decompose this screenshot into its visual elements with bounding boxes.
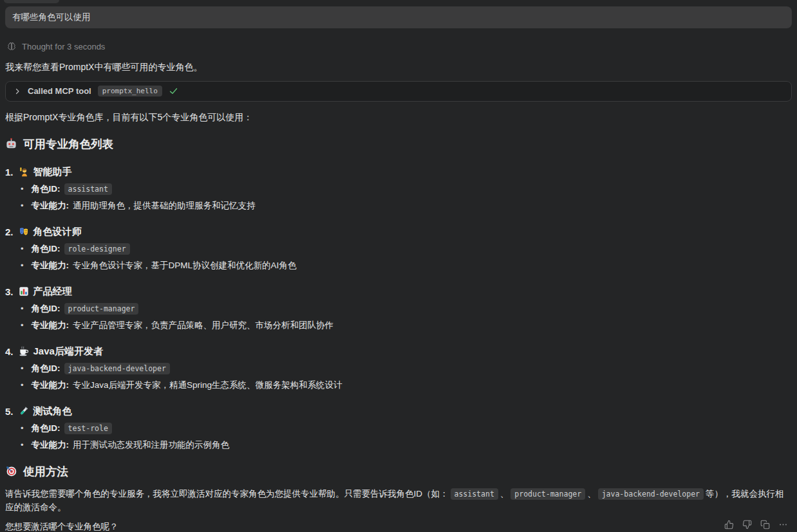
role-heading-java-backend-developer: 4. Java后端开发者 bbox=[5, 345, 792, 358]
role-props-test-role: • 角色ID: test-role • 专业能力: 用于测试动态发现和注册功能的… bbox=[5, 423, 792, 451]
role-props-product-manager: • 角色ID: product-manager • 专业能力: 专业产品管理专家… bbox=[5, 303, 792, 331]
role-id-chip: role-designer bbox=[64, 243, 130, 255]
bullet-dot: • bbox=[21, 244, 24, 253]
bullet-dot: • bbox=[21, 380, 24, 390]
inline-code-assistant: assistant bbox=[451, 488, 498, 500]
bullet-dot: • bbox=[21, 201, 24, 210]
roles-list-heading: 可用专业角色列表 bbox=[5, 136, 792, 152]
role-name: 测试角色 bbox=[33, 405, 72, 417]
role-id-label: 角色ID: bbox=[32, 243, 61, 255]
role-number: 5. bbox=[5, 406, 14, 417]
role-id-label: 角色ID: bbox=[32, 183, 61, 195]
role-props-role-designer: • 角色ID: role-designer • 专业能力: 专业角色设计专家，基… bbox=[5, 243, 792, 271]
inline-code-product-manager: product-manager bbox=[511, 488, 585, 500]
role-props-java-backend-developer: • 角色ID: java-backend-developer • 专业能力: 专… bbox=[5, 363, 792, 391]
usage-paragraph: 请告诉我您需要哪个角色的专业服务，我将立即激活对应的专家角色为您提供专业帮助。只… bbox=[5, 487, 792, 515]
role-ability-label: 专业能力: bbox=[32, 320, 70, 331]
role-number: 4. bbox=[5, 346, 14, 357]
role-ability-text: 用于测试动态发现和注册功能的示例角色 bbox=[73, 439, 229, 451]
roles-list-heading-text: 可用专业角色列表 bbox=[23, 136, 113, 152]
role-id-chip: assistant bbox=[64, 183, 112, 195]
test-tube-icon bbox=[19, 406, 29, 416]
role-ability-text: 通用助理角色，提供基础的助理服务和记忆支持 bbox=[73, 200, 256, 212]
role-ability-label: 专业能力: bbox=[32, 200, 70, 212]
role-id-chip: product-manager bbox=[64, 303, 139, 315]
role-id-label: 角色ID: bbox=[32, 363, 61, 374]
role-id-chip: test-role bbox=[64, 423, 112, 434]
check-icon bbox=[169, 86, 178, 96]
role-heading-product-manager: 3. 产品经理 bbox=[5, 286, 792, 298]
role-number: 2. bbox=[5, 226, 14, 237]
usage-separator: 、 bbox=[500, 489, 509, 499]
copy-icon[interactable] bbox=[760, 519, 770, 529]
role-id-row: • 角色ID: test-role bbox=[5, 423, 792, 434]
role-ability-row: • 专业能力: 通用助理角色，提供基础的助理服务和记忆支持 bbox=[5, 200, 792, 212]
role-heading-assistant: 1. 智能助手 bbox=[5, 166, 792, 178]
chevron-right-icon[interactable] bbox=[14, 87, 21, 95]
bullet-dot: • bbox=[21, 363, 24, 373]
role-name: 智能助手 bbox=[33, 166, 72, 178]
role-name: 角色设计师 bbox=[33, 226, 82, 238]
role-ability-label: 专业能力: bbox=[32, 380, 70, 391]
usage-separator: 、 bbox=[587, 489, 596, 499]
closing-question: 您想要激活哪个专业角色呢？ bbox=[5, 521, 792, 532]
coffee-icon bbox=[19, 346, 29, 356]
role-id-label: 角色ID: bbox=[32, 303, 61, 315]
robot-icon bbox=[5, 138, 17, 150]
intro-text: 我来帮您查看PromptX中有哪些可用的专业角色。 bbox=[5, 61, 792, 73]
bullet-dot: • bbox=[21, 440, 24, 450]
role-ability-row: • 专业能力: 用于测试动态发现和注册功能的示例角色 bbox=[5, 439, 792, 451]
role-ability-text: 专业角色设计专家，基于DPML协议创建和优化新的AI角色 bbox=[73, 260, 296, 271]
role-ability-text: 专业Java后端开发专家，精通Spring生态系统、微服务架构和系统设计 bbox=[73, 380, 342, 391]
role-id-row: • 角色ID: assistant bbox=[5, 183, 792, 195]
bullet-dot: • bbox=[21, 184, 24, 194]
target-icon bbox=[5, 465, 17, 477]
more-icon[interactable] bbox=[778, 519, 788, 529]
thought-summary[interactable]: Thought for 3 seconds bbox=[5, 41, 792, 51]
role-name: Java后端开发者 bbox=[33, 345, 103, 358]
mcp-tool-label: Called MCP tool bbox=[28, 86, 91, 96]
role-heading-test-role: 5. 测试角色 bbox=[5, 405, 792, 417]
usage-heading-text: 使用方法 bbox=[23, 464, 68, 479]
bullet-dot: • bbox=[21, 304, 24, 313]
role-id-label: 角色ID: bbox=[32, 423, 61, 434]
thumbs-down-icon[interactable] bbox=[742, 519, 752, 529]
role-id-row: • 角色ID: role-designer bbox=[5, 243, 792, 255]
bullet-dot: • bbox=[21, 423, 24, 433]
role-id-row: • 角色ID: java-backend-developer bbox=[5, 363, 792, 374]
role-number: 1. bbox=[5, 167, 14, 178]
inline-code-java-backend-developer: java-backend-developer bbox=[598, 488, 704, 500]
previous-element-fragment bbox=[4, 0, 59, 3]
role-ability-row: • 专业能力: 专业角色设计专家，基于DPML协议创建和优化新的AI角色 bbox=[5, 260, 792, 271]
bullet-dot: • bbox=[21, 320, 24, 330]
role-heading-role-designer: 2. 角色设计师 bbox=[5, 226, 792, 238]
thought-label: Thought for 3 seconds bbox=[22, 42, 105, 51]
role-props-assistant: • 角色ID: assistant • 专业能力: 通用助理角色，提供基础的助理… bbox=[5, 183, 792, 212]
role-ability-row: • 专业能力: 专业产品管理专家，负责产品策略、用户研究、市场分析和团队协作 bbox=[5, 320, 792, 331]
bullet-dot: • bbox=[21, 261, 24, 270]
brain-icon bbox=[6, 41, 17, 51]
role-id-chip: java-backend-developer bbox=[64, 363, 170, 374]
usage-heading: 使用方法 bbox=[5, 464, 792, 479]
usage-text-1: 请告诉我您需要哪个角色的专业服务，我将立即激活对应的专家角色为您提供专业帮助。只… bbox=[5, 489, 449, 499]
role-id-row: • 角色ID: product-manager bbox=[5, 303, 792, 315]
raising-hand-icon bbox=[19, 167, 29, 177]
mcp-tool-call[interactable]: Called MCP tool promptx_hello bbox=[5, 81, 792, 102]
role-ability-row: • 专业能力: 专业Java后端开发专家，精通Spring生态系统、微服务架构和… bbox=[5, 380, 792, 391]
role-number: 3. bbox=[5, 286, 14, 297]
role-ability-label: 专业能力: bbox=[32, 260, 70, 271]
masks-icon bbox=[19, 226, 29, 237]
message-action-bar bbox=[724, 519, 788, 529]
thumbs-up-icon[interactable] bbox=[724, 519, 734, 529]
tool-name-badge: promptx_hello bbox=[98, 86, 162, 96]
role-name: 产品经理 bbox=[33, 286, 72, 298]
role-ability-label: 专业能力: bbox=[32, 439, 70, 451]
bar-chart-icon bbox=[19, 286, 29, 297]
user-message[interactable]: 有哪些角色可以使用 bbox=[5, 6, 792, 28]
role-ability-text: 专业产品管理专家，负责产品策略、用户研究、市场分析和团队协作 bbox=[73, 320, 333, 331]
roles-intro-text: 根据PromptX专业角色库，目前有以下5个专业角色可以使用： bbox=[5, 111, 792, 124]
